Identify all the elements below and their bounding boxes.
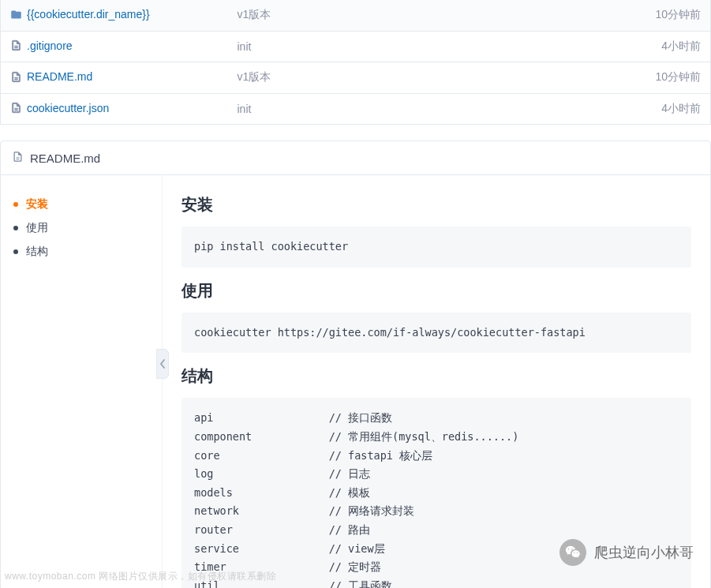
commit-time: 10分钟前 (655, 8, 701, 21)
table-row: README.mdv1版本10分钟前 (1, 62, 711, 94)
readme-header: README.md (1, 141, 710, 175)
code-usage: cookiecutter https://gitee.com/if-always… (181, 313, 691, 354)
wechat-badge[interactable]: 爬虫逆向小林哥 (559, 539, 694, 566)
chevron-left-icon (159, 359, 166, 369)
bullet-icon (13, 226, 18, 230)
readme-panel: README.md 安装使用结构 安装 pip install cookiecu… (0, 140, 711, 588)
file-icon (12, 151, 24, 165)
commit-msg[interactable]: v1版本 (238, 8, 271, 21)
commit-time: 4小时前 (661, 102, 701, 114)
wechat-label: 爬虫逆向小林哥 (594, 543, 694, 562)
toc-item[interactable]: 安装 (13, 193, 149, 216)
readme-content: 安装 pip install cookiecutter 使用 cookiecut… (163, 175, 710, 588)
file-icon (10, 71, 22, 83)
collapse-toc-handle[interactable] (156, 349, 169, 379)
section-install-title: 安装 (181, 194, 691, 215)
commit-msg[interactable]: v1版本 (238, 70, 271, 83)
file-name: {{cookiecutter.dir_name}} (27, 8, 150, 21)
commit-time: 10分钟前 (655, 70, 701, 83)
file-icon (10, 102, 22, 114)
file-name: .gitignore (27, 39, 73, 52)
section-structure-title: 结构 (181, 365, 691, 387)
watermark-text: www.toymoban.com 网络图片仅供展示，如有侵权请联系删除 (0, 570, 276, 583)
file-name: README.md (27, 70, 92, 83)
bullet-icon (13, 249, 18, 254)
table-row: {{cookiecutter.dir_name}}v1版本10分钟前 (1, 0, 711, 31)
file-link[interactable]: cookiecutter.json (10, 102, 109, 114)
toc-label: 使用 (26, 221, 48, 235)
file-name: cookiecutter.json (27, 102, 109, 114)
wechat-icon (559, 539, 586, 566)
section-usage-title: 使用 (181, 280, 691, 301)
file-link[interactable]: .gitignore (10, 39, 73, 52)
commit-msg[interactable]: init (238, 40, 252, 53)
folder-icon (10, 9, 22, 21)
toc-label: 结构 (26, 245, 48, 259)
readme-filename: README.md (30, 152, 100, 165)
commit-msg[interactable]: init (238, 103, 252, 115)
file-list: {{cookiecutter.dir_name}}v1版本10分钟前.gitig… (0, 0, 711, 125)
file-link[interactable]: {{cookiecutter.dir_name}} (10, 8, 150, 21)
code-install: pip install cookiecutter (181, 227, 691, 268)
table-row: .gitignoreinit4小时前 (1, 31, 711, 62)
toc-sidebar: 安装使用结构 (1, 175, 163, 588)
commit-time: 4小时前 (661, 39, 701, 52)
bullet-icon (13, 202, 18, 207)
table-row: cookiecutter.jsoninit4小时前 (1, 93, 711, 125)
file-icon (10, 39, 22, 51)
toc-item[interactable]: 使用 (13, 216, 149, 240)
toc-item[interactable]: 结构 (13, 240, 149, 264)
toc-label: 安装 (26, 197, 48, 212)
file-link[interactable]: README.md (10, 70, 92, 83)
